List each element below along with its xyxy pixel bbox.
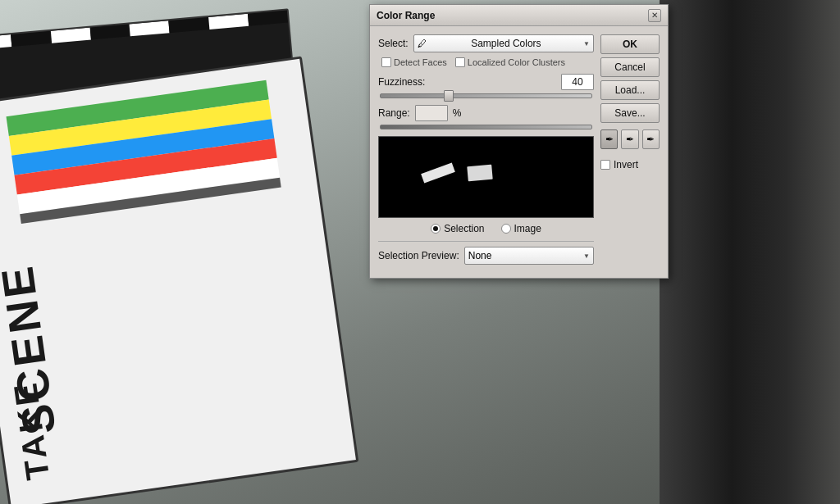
dark-bar [660, 0, 840, 504]
preview-area [378, 136, 594, 218]
invert-row: Invert [600, 159, 660, 170]
chevron-down-icon: ▼ [583, 40, 590, 48]
load-button[interactable]: Load... [600, 80, 660, 100]
detect-faces-checkbox-item[interactable]: Detect Faces [381, 57, 447, 67]
image-radio-item[interactable]: Image [501, 223, 541, 234]
select-row: Select: 🖊 Sampled Colors ▼ [378, 34, 594, 52]
preview-shape-1 [421, 163, 455, 184]
dialog-title: Color Range [377, 10, 435, 21]
fuzziness-input[interactable] [561, 74, 594, 90]
eyedropper-add-button[interactable]: ✒ [600, 129, 618, 149]
selection-preview-dropdown[interactable]: None ▼ [464, 247, 594, 265]
localized-checkbox-item[interactable]: Localized Color Clusters [455, 57, 565, 67]
selection-radio[interactable] [431, 224, 441, 234]
invert-label: Invert [614, 159, 638, 170]
range-label: Range: [378, 107, 410, 119]
select-label: Select: [378, 38, 409, 49]
color-range-dialog: Color Range ✕ Select: 🖊 Sampled Colors ▼ [369, 4, 669, 279]
range-slider-container [378, 125, 594, 129]
detect-faces-checkbox[interactable] [381, 57, 391, 67]
fuzziness-slider-track [380, 93, 592, 98]
detect-faces-label: Detect Faces [394, 57, 447, 67]
selection-preview-row: Selection Preview: None ▼ [378, 247, 594, 270]
eyedropper-minus-button[interactable]: ✒ [642, 129, 660, 149]
range-slider-track [380, 125, 592, 129]
fuzziness-row: Fuzziness: [378, 74, 594, 90]
clapperboard: SCENE TAKE [0, 0, 433, 504]
selection-preview-label: Selection Preview: [378, 250, 459, 261]
color-bars [7, 80, 284, 238]
dialog-main: Select: 🖊 Sampled Colors ▼ Detect Faces … [378, 34, 594, 270]
range-area: Range: % [378, 105, 594, 121]
eyedropper-plus-icon: ✒ [626, 134, 634, 145]
eyedropper-plus-button[interactable]: ✒ [621, 129, 638, 149]
localized-label: Localized Color Clusters [468, 57, 565, 67]
select-value: Sampled Colors [471, 38, 541, 49]
percent-label: % [453, 107, 462, 119]
eyedropper-minus-icon: ✒ [646, 134, 655, 145]
range-input[interactable] [415, 105, 448, 121]
close-button[interactable]: ✕ [648, 9, 661, 22]
checkboxes-row: Detect Faces Localized Color Clusters [378, 57, 594, 67]
invert-checkbox[interactable] [600, 160, 610, 170]
eyedropper-icon-small: 🖊 [418, 39, 427, 48]
eyedropper-icon: ✒ [605, 134, 614, 145]
select-dropdown[interactable]: 🖊 Sampled Colors ▼ [413, 34, 594, 52]
selection-radio-label: Selection [444, 223, 484, 234]
ok-button[interactable]: OK [600, 34, 660, 54]
fuzziness-slider-thumb[interactable] [444, 90, 454, 102]
clapper-body: SCENE TAKE [0, 56, 358, 504]
localized-checkbox[interactable] [455, 57, 465, 67]
eyedropper-row: ✒ ✒ ✒ [600, 129, 660, 149]
separator [378, 241, 594, 242]
dialog-content: Select: 🖊 Sampled Colors ▼ Detect Faces … [370, 26, 668, 278]
preview-shape-2 [467, 165, 492, 182]
cancel-button[interactable]: Cancel [600, 57, 660, 77]
preview-chevron-down-icon: ▼ [583, 252, 590, 260]
fuzziness-slider-container [378, 93, 594, 98]
selection-preview-value: None [468, 250, 492, 261]
fuzziness-label: Fuzziness: [378, 76, 425, 88]
dialog-buttons: OK Cancel Load... Save... ✒ ✒ ✒ Invert [600, 34, 660, 270]
radio-row: Selection Image [378, 223, 594, 234]
save-button[interactable]: Save... [600, 103, 660, 123]
selection-radio-item[interactable]: Selection [431, 223, 484, 234]
image-radio[interactable] [501, 224, 511, 234]
image-radio-label: Image [514, 223, 541, 234]
dialog-titlebar: Color Range ✕ [370, 5, 668, 26]
